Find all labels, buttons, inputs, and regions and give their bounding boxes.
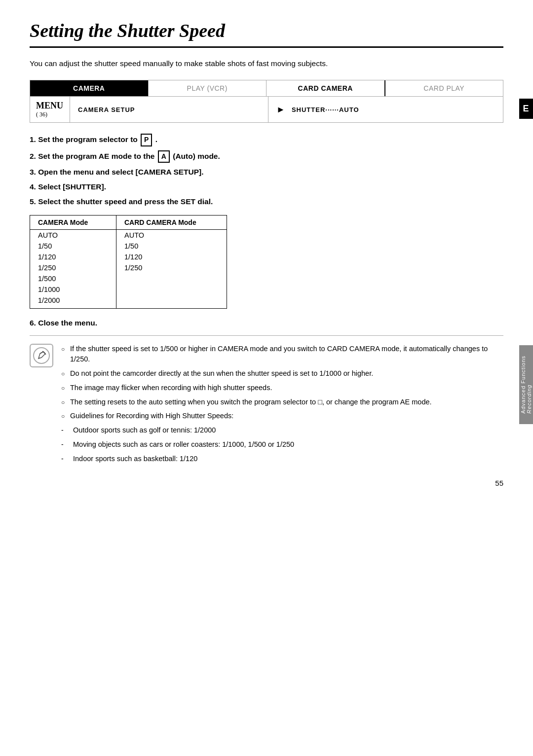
arrow-icon: ►: [276, 105, 286, 115]
advanced-functions-text: Advanced Functions: [520, 356, 526, 414]
tab-card-play[interactable]: CARD PLAY: [385, 80, 503, 96]
shutter-table: CAMERA Mode CARD CAMERA Mode AUTOAUTO1/5…: [30, 215, 227, 309]
step-2-num: 2.: [30, 152, 38, 160]
advanced-functions-label: Advanced Functions Recording: [520, 356, 532, 414]
tab-card-camera[interactable]: CARD CAMERA: [266, 80, 385, 96]
tab-play-vcr-label: PLAY (VCR): [187, 84, 228, 92]
tab-camera-label: CAMERA: [73, 84, 105, 92]
table-row: 1/1201/120: [30, 252, 227, 262]
menu-word: MENU: [36, 101, 64, 111]
note-item: The setting resets to the auto setting w…: [61, 397, 503, 408]
note-item: Guidelines for Recording with High Shutt…: [61, 411, 503, 422]
table-row: 1/2000: [30, 295, 227, 309]
table-row: 1/1000: [30, 284, 227, 295]
note-item: The image may flicker when recording wit…: [61, 383, 503, 394]
step-1: 1. Set the program selector to P .: [30, 134, 503, 146]
page-number: 55: [495, 479, 503, 487]
step-1-rest: .: [155, 135, 157, 144]
step-1-num: 1.: [30, 135, 38, 144]
step-4-text: Select [SHUTTER].: [38, 182, 106, 191]
camera-mode-cell: AUTO: [30, 229, 116, 241]
side-tab-letter: E: [523, 104, 529, 114]
intro-text: You can adjust the shutter speed manuall…: [30, 58, 503, 69]
svg-point-0: [34, 348, 49, 363]
camera-setup-text: CAMERA SETUP: [78, 106, 135, 113]
note-item: Moving objects such as cars or roller co…: [61, 439, 503, 450]
table-row: 1/501/50: [30, 241, 227, 252]
camera-mode-cell: 1/1000: [30, 284, 116, 295]
note-icon: [30, 344, 53, 367]
card-camera-mode-cell: 1/250: [116, 262, 227, 273]
side-tab-e: E: [519, 99, 533, 119]
camera-mode-cell: 1/2000: [30, 295, 116, 309]
shutter-table-container: CAMERA Mode CARD CAMERA Mode AUTOAUTO1/5…: [30, 215, 503, 309]
tab-card-camera-label: CARD CAMERA: [298, 84, 353, 92]
step-5-text: Select the shutter speed and press the S…: [38, 197, 213, 206]
card-camera-mode-cell: 1/120: [116, 252, 227, 262]
step-2-special: A: [158, 150, 170, 163]
card-camera-mode-cell: 1/50: [116, 241, 227, 252]
card-camera-mode-cell: [116, 284, 227, 295]
table-row: 1/500: [30, 273, 227, 284]
mode-tabs: CAMERA PLAY (VCR) CARD CAMERA CARD PLAY: [30, 80, 503, 97]
step-3-text: Open the menu and select [CAMERA SETUP].: [38, 168, 203, 176]
step-1-text: Set the program selector to: [38, 135, 140, 144]
tab-card-play-label: CARD PLAY: [423, 84, 464, 92]
page-container: E Advanced Functions Recording Setting t…: [0, 0, 533, 502]
step-3-num: 3.: [30, 168, 38, 176]
step-5-num: 5.: [30, 197, 38, 206]
side-tab-advanced: Advanced Functions Recording: [519, 345, 533, 424]
note-section: If the shutter speed is set to 1/500 or …: [30, 344, 503, 468]
note-item: If the shutter speed is set to 1/500 or …: [61, 344, 503, 365]
menu-ref: ( 36): [36, 111, 64, 118]
menu-row: MENU ( 36) CAMERA SETUP ► SHUTTER······A…: [30, 97, 503, 123]
col-header-camera: CAMERA Mode: [30, 215, 116, 229]
step-4: 4. Select [SHUTTER].: [30, 181, 503, 192]
note-item: Indoor sports such as basketball: 1/120: [61, 454, 503, 465]
step-3: 3. Open the menu and select [CAMERA SETU…: [30, 167, 503, 178]
steps: 1. Set the program selector to P . 2. Se…: [30, 134, 503, 207]
camera-mode-cell: 1/250: [30, 262, 116, 273]
page-title: Setting the Shutter Speed: [30, 20, 503, 48]
table-row: 1/2501/250: [30, 262, 227, 273]
table-row: AUTOAUTO: [30, 229, 227, 241]
step-2: 2. Set the program AE mode to the A (Aut…: [30, 150, 503, 163]
note-pencil-icon: [33, 347, 50, 364]
note-content: If the shutter speed is set to 1/500 or …: [61, 344, 503, 468]
shutter-label: ► SHUTTER······AUTO: [268, 97, 503, 122]
camera-setup-label: CAMERA SETUP: [70, 97, 268, 122]
step-2-rest: (Auto) mode.: [173, 152, 220, 160]
camera-mode-cell: 1/50: [30, 241, 116, 252]
note-item: Do not point the camcorder directly at t…: [61, 368, 503, 379]
tab-camera[interactable]: CAMERA: [30, 80, 149, 96]
col-header-card-camera: CARD CAMERA Mode: [116, 215, 227, 229]
step-5: 5. Select the shutter speed and press th…: [30, 196, 503, 207]
card-camera-mode-cell: [116, 273, 227, 284]
note-item: Outdoor sports such as golf or tennis: 1…: [61, 425, 503, 436]
shutter-text: SHUTTER······AUTO: [292, 106, 359, 113]
step-6: 6. Close the menu.: [30, 319, 503, 327]
card-camera-mode-cell: [116, 295, 227, 309]
tab-play-vcr[interactable]: PLAY (VCR): [149, 80, 267, 96]
step-1-special: P: [141, 134, 152, 146]
camera-mode-cell: 1/120: [30, 252, 116, 262]
recording-text: Recording: [526, 385, 532, 414]
divider: [30, 335, 503, 336]
menu-label: MENU ( 36): [30, 97, 70, 122]
step-4-num: 4.: [30, 182, 38, 191]
step-2-text: Set the program AE mode to the: [38, 152, 157, 160]
card-camera-mode-cell: AUTO: [116, 229, 227, 241]
camera-mode-cell: 1/500: [30, 273, 116, 284]
